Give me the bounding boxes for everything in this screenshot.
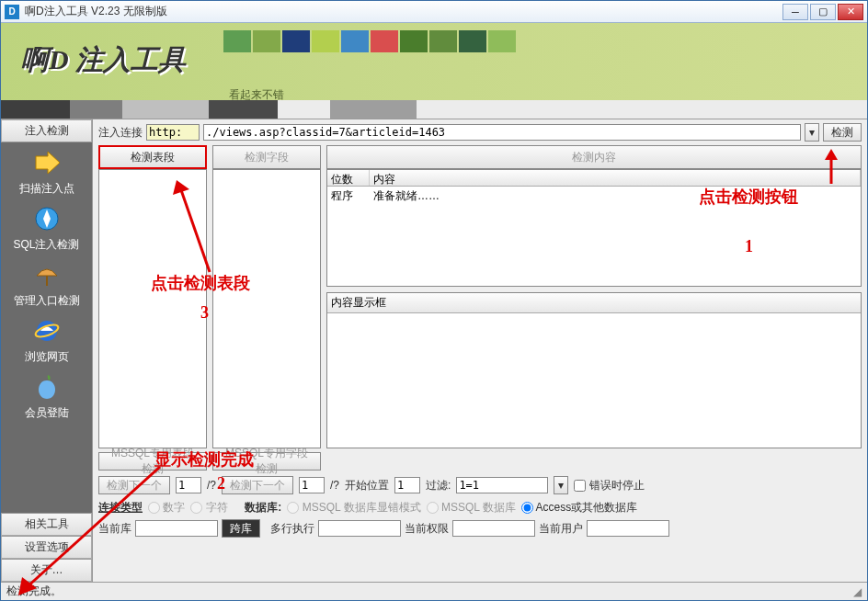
detect-button[interactable]: 检测 (823, 123, 862, 142)
start-pos-label: 开始位置 (345, 478, 389, 493)
sidebar-foot-about[interactable]: 关于… (1, 559, 92, 582)
sidebar-item-sql[interactable]: SQL注入检测 (1, 204, 92, 253)
sidebar-item-label: 管理入口检测 (1, 293, 92, 309)
main-panel: 注入连接 ▾ 检测 检测表段 检测字段 检测内容 (93, 119, 867, 582)
db-mssql-err-radio[interactable]: MSSQL 数据库显错模式 (287, 500, 420, 516)
grid-cell-content: 准备就绪…… (370, 187, 443, 206)
sidebar-item-login[interactable]: 会员登陆 (1, 372, 92, 421)
db-access-radio[interactable]: Access或其他数据库 (521, 500, 637, 516)
apple-icon (32, 372, 62, 402)
multi-exec-label: 多行执行 (270, 521, 314, 537)
filter-input[interactable] (456, 477, 548, 493)
cross-db-button[interactable]: 跨库 (222, 519, 260, 538)
umbrella-icon (32, 260, 62, 289)
prev-button-2[interactable]: 检测下一个 (222, 476, 293, 494)
url-label: 注入连接 (98, 125, 143, 141)
detect-content-button[interactable]: 检测内容 (326, 145, 862, 169)
field-list[interactable] (212, 169, 321, 448)
content-display-header: 内容显示框 (327, 293, 861, 313)
cur-priv-input[interactable] (452, 520, 535, 537)
cur-user-input[interactable] (587, 520, 669, 537)
grid-header-pos: 位数 (327, 170, 370, 186)
conn-char-radio[interactable]: 字符 (190, 500, 227, 516)
content-grid[interactable]: 位数 内容 程序 准备就绪…… (326, 169, 862, 287)
logo-text: 啊D 注入工具 (21, 41, 186, 79)
sidebar-foot-settings[interactable]: 设置选项 (1, 536, 92, 559)
sidebar: 注入检测 扫描注入点 SQL注入检测 管理入口检测 浏览网页 (1, 119, 93, 582)
resize-grip-icon[interactable]: ◢ (853, 585, 862, 598)
sidebar-item-label: SQL注入检测 (1, 237, 92, 253)
prev-button-1[interactable]: 检测下一个 (98, 476, 170, 494)
mssql-field-button[interactable]: MSSQL专用字段检测 (212, 452, 321, 471)
url-input[interactable] (203, 124, 801, 141)
stop-on-error-checkbox[interactable]: 错误时停止 (574, 478, 644, 493)
banner: 啊D 注入工具 看起来不错 (1, 23, 867, 119)
statusbar: 检测完成。 ◢ (1, 582, 867, 600)
svg-marker-0 (36, 152, 60, 174)
content-display-box[interactable]: 内容显示框 (326, 292, 862, 448)
page-input-1[interactable] (176, 477, 201, 493)
compass-icon (32, 204, 62, 233)
grid-cell-pos: 程序 (327, 187, 370, 206)
status-text: 检测完成。 (6, 584, 62, 599)
filter-label: 过滤: (426, 478, 451, 493)
cur-user-label: 当前用户 (539, 521, 583, 537)
sidebar-head[interactable]: 注入检测 (1, 119, 92, 142)
conn-type-label: 连接类型 (98, 500, 143, 516)
slash-label-2: /? (330, 479, 339, 492)
detect-field-button[interactable]: 检测字段 (212, 145, 321, 169)
arrow-right-icon (32, 148, 62, 177)
titlebar: D 啊D注入工具 V2.23 无限制版 ─ ▢ ✕ (1, 1, 867, 23)
cur-db-input[interactable] (135, 520, 218, 537)
url-dropdown-button[interactable]: ▾ (805, 123, 819, 142)
start-pos-input[interactable] (394, 477, 420, 493)
sidebar-item-label: 会员登陆 (1, 405, 92, 421)
slash-label: /? (207, 479, 216, 492)
sidebar-item-browse[interactable]: 浏览网页 (1, 316, 92, 365)
ie-icon (32, 316, 62, 346)
sidebar-foot-tools[interactable]: 相关工具 (1, 513, 92, 536)
grid-header-content: 内容 (370, 170, 861, 186)
cur-db-label: 当前库 (98, 521, 131, 537)
minimize-button[interactable]: ─ (782, 4, 808, 20)
table-list[interactable] (98, 169, 207, 448)
sidebar-item-label: 扫描注入点 (1, 181, 92, 197)
maximize-button[interactable]: ▢ (810, 4, 836, 20)
page-input-2[interactable] (299, 477, 325, 493)
db-type-label: 数据库: (245, 500, 281, 516)
window-title: 啊D注入工具 V2.23 无限制版 (25, 4, 782, 19)
filter-dropdown-button[interactable]: ▾ (554, 476, 568, 494)
cur-priv-label: 当前权限 (405, 521, 449, 537)
app-icon: D (5, 5, 19, 19)
mssql-table-button[interactable]: MSSQL专用表段检测 (98, 452, 207, 471)
sidebar-item-label: 浏览网页 (1, 349, 92, 365)
close-button[interactable]: ✕ (838, 4, 863, 20)
sidebar-item-scan[interactable]: 扫描注入点 (1, 148, 92, 197)
db-mssql-radio[interactable]: MSSQL 数据库 (427, 500, 516, 516)
detect-table-button[interactable]: 检测表段 (98, 145, 207, 169)
multi-exec-input[interactable] (318, 520, 401, 537)
conn-num-radio[interactable]: 数字 (148, 500, 185, 516)
sidebar-item-admin[interactable]: 管理入口检测 (1, 260, 92, 309)
url-scheme-input[interactable] (146, 124, 200, 141)
